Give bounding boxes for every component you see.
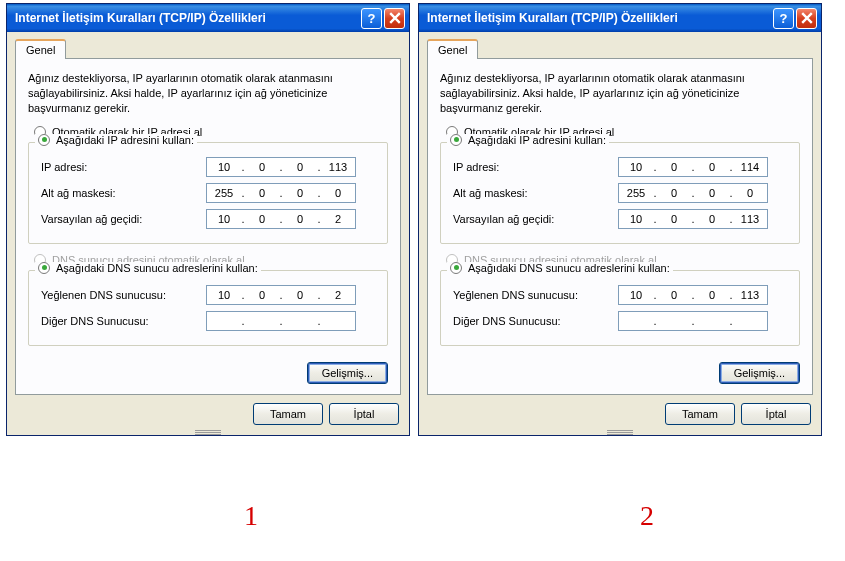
help-button[interactable]: ? bbox=[361, 8, 382, 29]
ip-octet[interactable]: 255 bbox=[207, 187, 241, 199]
ip-group: Aşağıdaki IP adresini kullan: IP adresi:… bbox=[440, 142, 800, 244]
close-button[interactable] bbox=[384, 8, 405, 29]
radio-label: Aşağıdaki IP adresini kullan: bbox=[56, 134, 194, 146]
dns-group: Aşağıdaki DNS sunucu adreslerini kullan:… bbox=[28, 270, 388, 346]
subnet-mask-input[interactable]: 255. 0. 0. 0 bbox=[618, 183, 768, 203]
preferred-dns-label: Yeğlenen DNS sunucusu: bbox=[453, 289, 618, 301]
ip-octet[interactable]: 2 bbox=[321, 213, 355, 225]
window-title: Internet İletişim Kuralları (TCP/IP) Öze… bbox=[427, 11, 771, 25]
ip-octet[interactable]: 10 bbox=[619, 161, 653, 173]
ip-octet[interactable]: 0 bbox=[283, 161, 317, 173]
ip-octet[interactable]: 0 bbox=[283, 187, 317, 199]
ip-address-label: IP adresi: bbox=[41, 161, 206, 173]
help-button[interactable]: ? bbox=[773, 8, 794, 29]
gateway-label: Varsayılan ağ geçidi: bbox=[453, 213, 618, 225]
radio-icon bbox=[450, 134, 462, 146]
tab-general[interactable]: Genel bbox=[15, 39, 66, 59]
radio-label: Aşağıdaki DNS sunucu adreslerini kullan: bbox=[468, 262, 670, 274]
subnet-mask-label: Alt ağ maskesi: bbox=[453, 187, 618, 199]
tab-general[interactable]: Genel bbox=[427, 39, 478, 59]
ip-octet[interactable]: 2 bbox=[321, 289, 355, 301]
ip-octet[interactable]: 0 bbox=[695, 213, 729, 225]
ip-octet[interactable]: 114 bbox=[733, 161, 767, 173]
resize-grip[interactable] bbox=[607, 429, 633, 434]
ip-group: Aşağıdaki IP adresini kullan: IP adresi:… bbox=[28, 142, 388, 244]
tcpip-dialog-1: Internet İletişim Kuralları (TCP/IP) Öze… bbox=[6, 3, 410, 436]
advanced-button[interactable]: Gelişmiş... bbox=[307, 362, 388, 384]
preferred-dns-input[interactable]: 10. 0. 0. 2 bbox=[206, 285, 356, 305]
preferred-dns-input[interactable]: 10. 0. 0. 113 bbox=[618, 285, 768, 305]
radio-label: Aşağıdaki IP adresini kullan: bbox=[468, 134, 606, 146]
ip-octet[interactable]: 0 bbox=[657, 161, 691, 173]
close-icon bbox=[389, 12, 401, 24]
cancel-button[interactable]: İptal bbox=[329, 403, 399, 425]
close-icon bbox=[801, 12, 813, 24]
tcpip-dialog-2: Internet İletişim Kuralları (TCP/IP) Öze… bbox=[418, 3, 822, 436]
cancel-button[interactable]: İptal bbox=[741, 403, 811, 425]
radio-use-dns[interactable]: Aşağıdaki DNS sunucu adreslerini kullan: bbox=[447, 262, 673, 274]
ip-octet[interactable]: 0 bbox=[657, 187, 691, 199]
ip-octet[interactable]: 0 bbox=[657, 213, 691, 225]
ip-octet[interactable]: 10 bbox=[619, 213, 653, 225]
ip-octet[interactable]: 113 bbox=[733, 213, 767, 225]
intro-text: Ağınız destekliyorsa, IP ayarlarının oto… bbox=[28, 71, 388, 116]
alternate-dns-label: Diğer DNS Sunucusu: bbox=[453, 315, 618, 327]
ip-octet[interactable]: 0 bbox=[695, 187, 729, 199]
figure-label-1: 1 bbox=[244, 500, 258, 532]
ip-octet[interactable]: 113 bbox=[733, 289, 767, 301]
figure-label-2: 2 bbox=[640, 500, 654, 532]
preferred-dns-label: Yeğlenen DNS sunucusu: bbox=[41, 289, 206, 301]
ip-address-label: IP adresi: bbox=[453, 161, 618, 173]
gateway-label: Varsayılan ağ geçidi: bbox=[41, 213, 206, 225]
ip-octet[interactable]: 0 bbox=[733, 187, 767, 199]
radio-icon bbox=[38, 134, 50, 146]
ip-octet[interactable]: 10 bbox=[207, 161, 241, 173]
resize-grip[interactable] bbox=[195, 429, 221, 434]
radio-icon bbox=[38, 262, 50, 274]
ip-address-input[interactable]: 10. 0. 0. 113 bbox=[206, 157, 356, 177]
ip-octet[interactable]: 0 bbox=[695, 161, 729, 173]
ip-octet[interactable]: 0 bbox=[283, 213, 317, 225]
radio-use-ip[interactable]: Aşağıdaki IP adresini kullan: bbox=[35, 134, 197, 146]
ok-button[interactable]: Tamam bbox=[665, 403, 735, 425]
radio-use-ip[interactable]: Aşağıdaki IP adresini kullan: bbox=[447, 134, 609, 146]
radio-use-dns[interactable]: Aşağıdaki DNS sunucu adreslerini kullan: bbox=[35, 262, 261, 274]
advanced-button[interactable]: Gelişmiş... bbox=[719, 362, 800, 384]
titlebar[interactable]: Internet İletişim Kuralları (TCP/IP) Öze… bbox=[419, 4, 821, 32]
close-button[interactable] bbox=[796, 8, 817, 29]
ip-octet[interactable]: 0 bbox=[245, 213, 279, 225]
intro-text: Ağınız destekliyorsa, IP ayarlarının oto… bbox=[440, 71, 800, 116]
ip-octet[interactable]: 0 bbox=[695, 289, 729, 301]
ip-octet[interactable]: 0 bbox=[245, 289, 279, 301]
ip-octet[interactable]: 0 bbox=[245, 161, 279, 173]
titlebar[interactable]: Internet İletişim Kuralları (TCP/IP) Öze… bbox=[7, 4, 409, 32]
ip-octet[interactable]: 0 bbox=[245, 187, 279, 199]
ip-octet[interactable]: 0 bbox=[283, 289, 317, 301]
ok-button[interactable]: Tamam bbox=[253, 403, 323, 425]
subnet-mask-input[interactable]: 255. 0. 0. 0 bbox=[206, 183, 356, 203]
subnet-mask-label: Alt ağ maskesi: bbox=[41, 187, 206, 199]
ip-octet[interactable]: 0 bbox=[657, 289, 691, 301]
ip-octet[interactable]: 0 bbox=[321, 187, 355, 199]
window-title: Internet İletişim Kuralları (TCP/IP) Öze… bbox=[15, 11, 359, 25]
dns-group: Aşağıdaki DNS sunucu adreslerini kullan:… bbox=[440, 270, 800, 346]
ip-address-input[interactable]: 10. 0. 0. 114 bbox=[618, 157, 768, 177]
ip-octet[interactable]: 10 bbox=[207, 289, 241, 301]
gateway-input[interactable]: 10. 0. 0. 2 bbox=[206, 209, 356, 229]
radio-icon bbox=[450, 262, 462, 274]
gateway-input[interactable]: 10. 0. 0. 113 bbox=[618, 209, 768, 229]
alternate-dns-label: Diğer DNS Sunucusu: bbox=[41, 315, 206, 327]
ip-octet[interactable]: 113 bbox=[321, 161, 355, 173]
ip-octet[interactable]: 10 bbox=[619, 289, 653, 301]
ip-octet[interactable]: 255 bbox=[619, 187, 653, 199]
radio-label: Aşağıdaki DNS sunucu adreslerini kullan: bbox=[56, 262, 258, 274]
alternate-dns-input[interactable]: . . . bbox=[206, 311, 356, 331]
alternate-dns-input[interactable]: . . . bbox=[618, 311, 768, 331]
ip-octet[interactable]: 10 bbox=[207, 213, 241, 225]
